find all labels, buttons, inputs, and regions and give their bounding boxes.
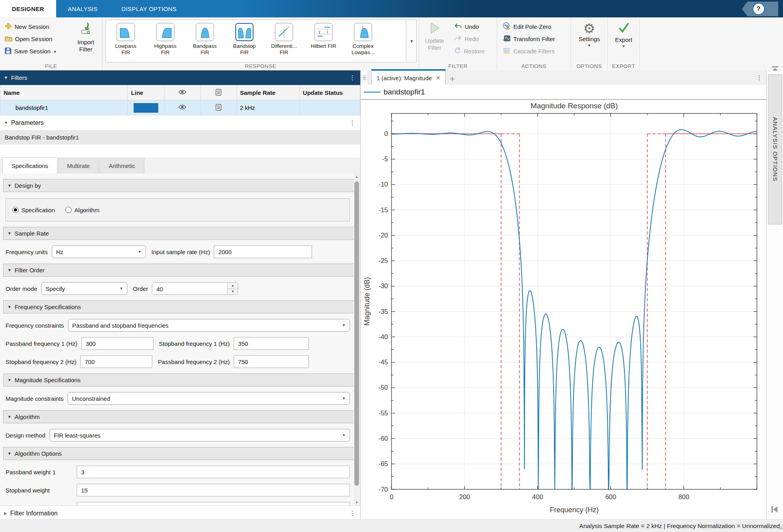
import-filter-button[interactable]: Import Filter — [73, 17, 99, 64]
order-mode-dropdown[interactable]: Specify▼ — [41, 282, 127, 295]
field-label: Design method — [6, 432, 45, 439]
plot-tab-active[interactable]: 1 (active): Magnitude ✕ — [371, 69, 446, 85]
parameters-panel-header[interactable]: ▼ Parameters ⋮ — [0, 115, 360, 130]
filter-information-kebab-menu[interactable]: ⋮ — [349, 509, 356, 517]
frequency-constraints-dropdown[interactable]: Passband and stopband frequencies▼ — [68, 319, 350, 332]
edit-pole-zero-icon — [503, 22, 511, 31]
radio-specification[interactable]: Specification — [12, 207, 55, 213]
tab-specifications[interactable]: Specifications — [2, 157, 57, 174]
filters-collapse-caret[interactable]: ▼ — [4, 75, 8, 80]
magnitude-response-plot[interactable]: Magnitude Response (dB)Frequency (Hz)Mag… — [361, 100, 766, 519]
svg-text:j: j — [327, 29, 328, 33]
filter-update-status-cell — [299, 100, 360, 115]
filter-information-expand-caret[interactable]: ▶ — [4, 511, 7, 515]
input-sample-rate-hz-input[interactable]: 2000 — [214, 245, 312, 258]
scrollbar-thumb[interactable] — [354, 181, 359, 486]
gallery-item-bandpass[interactable]: BandpassFIR — [185, 20, 225, 62]
spinner-up-button[interactable]: ▲ — [227, 283, 238, 289]
analysis-options-tab[interactable]: ANALYSIS OPTIONS — [768, 74, 782, 224]
filters-panel-header[interactable]: ▼ Filters ⋮ — [0, 70, 360, 85]
order-input[interactable]: 40 — [152, 283, 227, 295]
filters-panel-title: Filters — [11, 74, 27, 81]
parameters-collapse-caret[interactable]: ▼ — [4, 121, 8, 125]
filters-kebab-menu[interactable]: ⋮ — [349, 74, 356, 81]
passband-weight-1-input[interactable]: 3 — [77, 466, 350, 478]
section-header-filter-order[interactable]: ▼Filter Order — [3, 264, 356, 277]
scrollbar-down-arrow[interactable]: ▼ — [354, 499, 360, 506]
open-session-button[interactable]: Open Session — [2, 33, 70, 45]
section-header-design-by[interactable]: ▼Design by — [3, 179, 356, 192]
tab-display-options[interactable]: DISPLAY OPTIONS — [110, 0, 189, 17]
filter-section-label: FILTER — [419, 63, 497, 69]
resize-grip[interactable] — [777, 524, 783, 532]
tabbar-grip-handle[interactable] — [361, 71, 368, 85]
parameters-scrollbar[interactable]: ▲ ▼ — [354, 174, 360, 506]
gallery-item-complex-lowpass[interactable]: ComplexLowpas... — [343, 20, 383, 62]
svg-text:-70: -70 — [378, 486, 388, 493]
gallery-item-hilbert[interactable]: j-jHilbert FIR — [304, 20, 343, 62]
section-header-algorithm[interactable]: ▼Algorithm — [3, 410, 356, 423]
chevron-down-icon: ▼ — [119, 287, 123, 291]
update-filter-button[interactable]: Update Filter — [421, 17, 448, 64]
gallery-item-differentiator[interactable]: Differenti...FIR — [264, 20, 304, 62]
undo-button[interactable]: Undo — [452, 21, 487, 33]
radio-algorithm[interactable]: Algorithm — [65, 207, 99, 213]
help-button[interactable]: ? — [753, 3, 765, 15]
settings-button[interactable]: ⚙ Settings ▼ — [573, 17, 605, 64]
order-spinner[interactable]: 40▲▼ — [152, 282, 238, 295]
chevron-down-icon: ▼ — [138, 250, 142, 254]
scrollbar-up-arrow[interactable]: ▲ — [354, 174, 360, 180]
gallery-expand-arrow[interactable]: ▼ — [407, 20, 417, 62]
ribbon: New Session Open Session Save Session ▼ … — [0, 17, 783, 71]
export-button[interactable]: Export ▼ — [609, 17, 638, 64]
edit-pole-zero-button[interactable]: Edit Pole-Zero — [500, 21, 557, 33]
section-header-algorithm-options[interactable]: ▼Algorithm Options — [3, 447, 356, 460]
filter-line-cell[interactable] — [128, 100, 165, 115]
tab-arithmetic[interactable]: Arithmetic — [100, 158, 144, 174]
col-line: Line — [128, 85, 165, 100]
stopband-frequency-2-hz-input[interactable]: 700 — [80, 355, 152, 368]
section-header-frequency-specifications[interactable]: ▼Frequency Specifications — [3, 300, 356, 313]
collapse-ribbon-icon[interactable] — [771, 66, 779, 73]
new-plot-tab-button[interactable]: + — [446, 73, 459, 85]
filter-table-row[interactable]: bandstopfir1 2 kHz — [0, 100, 360, 115]
tab-multirate[interactable]: Multirate — [58, 158, 99, 174]
gallery-item-lowpass[interactable]: LowpassFIR — [106, 20, 146, 62]
chevron-down-icon: ▼ — [342, 396, 346, 400]
new-session-button[interactable]: New Session — [2, 21, 70, 33]
parameters-kebab-menu[interactable]: ⋮ — [349, 119, 356, 126]
restore-button[interactable]: Restore — [452, 45, 487, 57]
tab-designer[interactable]: DESIGNER — [0, 0, 56, 17]
section-header-magnitude-specifications[interactable]: ▼Magnitude Specifications — [3, 374, 356, 387]
plot-tab-close-icon[interactable]: ✕ — [436, 75, 441, 81]
plot-tabbar-kebab-menu[interactable]: ⋮ — [756, 74, 762, 81]
section-header-sample-rate[interactable]: ▼Sample Rate — [3, 227, 356, 240]
redo-button[interactable]: Redo — [452, 33, 487, 45]
collapse-analysis-options-icon[interactable] — [770, 505, 779, 515]
parameters-tabs: Specifications Multirate Arithmetic — [0, 158, 360, 174]
save-session-dropdown-arrow[interactable]: ▼ — [53, 50, 57, 54]
spinner-down-button[interactable]: ▼ — [227, 289, 238, 295]
stopband-weight-input[interactable]: 15 — [77, 484, 350, 496]
filter-info-cell[interactable] — [200, 100, 236, 115]
magnitude-constraints-dropdown[interactable]: Unconstrained▼ — [68, 392, 350, 405]
passband-frequency-2-hz-input[interactable]: 750 — [234, 355, 309, 368]
plot-canvas[interactable]: Magnitude Response (dB)Frequency (Hz)Mag… — [361, 100, 766, 519]
svg-text:800: 800 — [678, 493, 689, 500]
ribbon-section-file: New Session Open Session Save Session ▼ … — [0, 17, 102, 70]
passband-weight-2-input[interactable]: 1 — [77, 502, 350, 506]
frequency-units-dropdown[interactable]: Hz▼ — [52, 245, 146, 258]
filter-visibility-cell[interactable] — [165, 100, 200, 115]
save-session-button[interactable]: Save Session ▼ — [2, 45, 70, 57]
line-color-swatch[interactable] — [134, 103, 158, 113]
passband-frequency-1-hz-input[interactable]: 300 — [81, 337, 153, 350]
tab-analysis[interactable]: ANALYSIS — [56, 0, 110, 17]
design-method-dropdown[interactable]: FIR least-squares▼ — [49, 429, 350, 441]
cascade-filters-button[interactable]: Cascade Filters — [500, 45, 557, 57]
stopband-frequency-1-hz-input[interactable]: 350 — [234, 337, 309, 350]
gallery-item-highpass[interactable]: HighpassFIR — [146, 20, 185, 62]
filter-name-cell[interactable]: bandstopfir1 — [0, 100, 128, 115]
filter-information-header[interactable]: ▶ Filter Information ⋮ — [0, 506, 360, 521]
transform-filter-button[interactable]: Transform Filter — [500, 33, 557, 45]
gallery-item-bandstop[interactable]: BandstopFIR — [225, 20, 264, 62]
